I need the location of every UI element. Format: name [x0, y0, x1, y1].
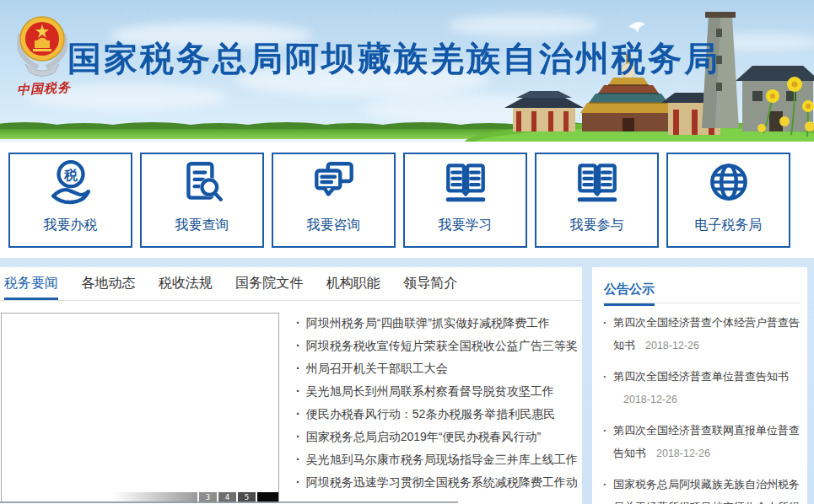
quick-nav-item-etax[interactable]: 电子税务局 — [666, 153, 790, 248]
news-item[interactable]: 便民办税春风行动：52条办税服务举措利民惠民 — [296, 403, 577, 426]
news-item[interactable]: 吴光旭到马尔康市税务局现场指导金三并库上线工作 — [296, 448, 577, 471]
news-panel: 税务要闻 各地动态 税收法规 国务院文件 机构职能 领导简介 3 4 5 — [0, 267, 582, 504]
tab-gedi-dongtai[interactable]: 各地动态 — [81, 267, 135, 300]
tab-guowuyuan-wenjian[interactable]: 国务院文件 — [235, 267, 303, 300]
announcement-text: 第四次全国经济普查个体经营户普查告知书 — [613, 316, 800, 351]
svg-text:税: 税 — [63, 168, 78, 182]
news-carousel[interactable]: 3 4 5 — [1, 313, 279, 503]
announcement-item[interactable]: 第四次全国经济普查联网直报单位普查告知书2018-12-26 — [602, 419, 801, 465]
announcement-text: 国家税务总局阿坝藏族羌族自治州税务局关于经营所得项目核定征收个人所得税的公告 — [613, 478, 800, 504]
news-list: 阿坝州税务局“四曲联弹”抓实做好减税降费工作 阿坝税务税收宣传短片荣获全国税收公… — [279, 312, 582, 503]
announcements-title: 公告公示 — [604, 281, 655, 306]
news-panel-body: 3 4 5 阿坝州税务局“四曲联弹”抓实做好减税降费工作 阿坝税务税收宣传短片荣… — [0, 301, 582, 503]
announcement-item[interactable]: 第四次全国经济普查个体经营户普查告知书2018-12-26 — [602, 311, 801, 357]
page: 中国税务 国家税务总局阿坝藏族羌族自治州税务局 税 我要办税 — [0, 0, 814, 504]
news-item[interactable]: 吴光旭局长到州局联系村察看督导脱贫攻坚工作 — [296, 380, 577, 403]
announcement-date: 2018-12-26 — [623, 394, 677, 405]
quick-nav-label: 我要查询 — [175, 217, 229, 234]
announcements-panel: 公告公示 第四次全国经济普查个体经营户普查告知书2018-12-26 第四次全国… — [592, 267, 807, 504]
quick-nav-label: 我要学习 — [439, 217, 493, 234]
quick-nav-item-canyu[interactable]: 我要参与 — [535, 153, 659, 248]
globe-icon — [704, 156, 753, 208]
announcement-date: 2018-12-26 — [645, 340, 699, 351]
news-item[interactable]: 州局召开机关干部职工大会 — [296, 357, 577, 380]
quick-nav-item-chaxun[interactable]: 我要查询 — [140, 153, 264, 248]
quick-nav-label: 我要咨询 — [307, 217, 361, 234]
bottom-divider — [0, 501, 458, 503]
quick-nav-item-xuexi[interactable]: 我要学习 — [403, 153, 527, 248]
tab-shuishou-fagui[interactable]: 税收法规 — [159, 267, 213, 300]
quick-nav-item-zixun[interactable]: 我要咨询 — [272, 153, 396, 248]
content: 税务要闻 各地动态 税收法规 国务院文件 机构职能 领导简介 3 4 5 — [0, 258, 814, 504]
tab-lingdao-jianjie[interactable]: 领导简介 — [403, 267, 457, 300]
quick-nav-label: 电子税务局 — [695, 217, 763, 234]
news-item[interactable]: 阿坝税务税收宣传短片荣获全国税收公益广告三等奖 — [296, 335, 577, 357]
quick-nav: 税 我要办税 我要查询 — [0, 142, 814, 258]
tax-hand-icon: 税 — [46, 156, 95, 208]
open-book-icon — [441, 156, 490, 208]
news-item[interactable]: 阿坝税务迅速学习贯彻全国税务系统减税降费工作动... — [296, 471, 577, 494]
site-banner: 中国税务 国家税务总局阿坝藏族羌族自治州税务局 — [0, 0, 814, 142]
tab-shuiwu-yaowen[interactable]: 税务要闻 — [4, 267, 58, 300]
tax-emblem-logo — [8, 12, 76, 83]
announcement-item[interactable]: 第四次全国经济普查单位普查告知书2018-12-26 — [602, 365, 801, 411]
news-tabs: 税务要闻 各地动态 税收法规 国务院文件 机构职能 领导简介 — [0, 267, 582, 301]
quick-nav-item-banshui[interactable]: 税 我要办税 — [8, 153, 132, 248]
open-book-icon — [573, 156, 622, 208]
news-item[interactable]: 国家税务总局启动2019年“便民办税春风行动” — [296, 426, 577, 448]
site-title: 国家税务总局阿坝藏族羌族自治州税务局 — [67, 35, 720, 82]
doc-search-icon — [178, 156, 227, 208]
announcements-header: 公告公示 — [602, 274, 801, 303]
announcement-date: 2018-12-26 — [656, 448, 710, 459]
announcement-text: 第四次全国经济普查单位普查告知书 — [613, 370, 789, 383]
quick-nav-label: 我要办税 — [44, 217, 98, 234]
announcement-item[interactable]: 国家税务总局阿坝藏族羌族自治州税务局关于经营所得项目核定征收个人所得税的公告20… — [602, 473, 801, 504]
chat-bubbles-icon — [310, 156, 358, 208]
tab-jigou-zhineng[interactable]: 机构职能 — [326, 267, 380, 300]
quick-nav-label: 我要参与 — [570, 217, 624, 234]
announcements-list: 第四次全国经济普查个体经营户普查告知书2018-12-26 第四次全国经济普查单… — [602, 311, 801, 504]
news-item[interactable]: 阿坝州税务局“四曲联弹”抓实做好减税降费工作 — [296, 312, 577, 335]
